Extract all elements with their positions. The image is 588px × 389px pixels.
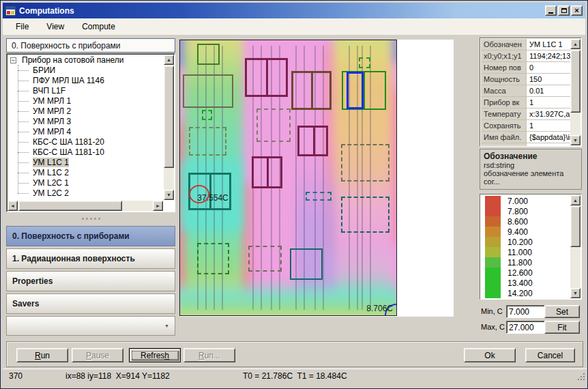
property-value[interactable]: 0 bbox=[527, 62, 570, 73]
tree-item[interactable]: УМ L2C 1 bbox=[8, 178, 163, 188]
legend-vscroll-thumb[interactable] bbox=[570, 206, 580, 247]
legend-vscrollbar[interactable]: ▲ ▼ bbox=[570, 195, 580, 298]
property-value[interactable]: УМ L1C 1 bbox=[527, 39, 570, 50]
property-row[interactable]: Прибор вк1 bbox=[481, 97, 570, 109]
property-row[interactable]: Мощность150 bbox=[481, 74, 570, 85]
property-label: x0;y0;x1;y1 bbox=[481, 51, 527, 61]
tree-item[interactable]: КБС-С ША 1181-20 bbox=[8, 137, 163, 147]
tree-vscrollbar[interactable]: ▲ ▼ bbox=[164, 55, 174, 200]
component-outline[interactable] bbox=[291, 71, 332, 111]
menu-item-compute[interactable]: Compute bbox=[73, 20, 124, 33]
property-value[interactable]: 1194;242;1308 bbox=[527, 51, 570, 61]
accordion-item-0[interactable]: 0. Поверхность с приборами bbox=[6, 226, 175, 246]
tree-hscrollbar[interactable]: ◄ ► bbox=[8, 201, 163, 211]
property-row[interactable]: ОбозначенУМ L1C 1 bbox=[481, 39, 570, 51]
property-row[interactable]: Сохранять1 bbox=[481, 120, 570, 132]
ok-button[interactable]: Ok bbox=[464, 348, 516, 362]
tree-item[interactable]: УМ МРЛ 3 bbox=[8, 117, 163, 127]
property-value[interactable]: {$appdata}\ire bbox=[527, 132, 570, 143]
resize-grip[interactable] bbox=[577, 373, 585, 381]
refresh-button[interactable]: Refresh bbox=[129, 348, 181, 362]
tree-item[interactable]: ПФУ МРЛ ША 1146 bbox=[8, 76, 163, 86]
min-input[interactable] bbox=[506, 305, 546, 318]
legend-row: 8.600 bbox=[485, 216, 570, 227]
component-outline[interactable] bbox=[252, 156, 282, 188]
tree-root-item[interactable]: −Прибор на сотовой панели bbox=[8, 55, 163, 66]
property-value[interactable]: 0.01 bbox=[527, 85, 570, 96]
menu-item-file[interactable]: File bbox=[7, 20, 38, 33]
tree-item-label: УМ L1C 2 bbox=[33, 168, 69, 177]
surface-selector[interactable]: 0. Поверхность с приборами bbox=[6, 38, 175, 53]
panel-splitter[interactable] bbox=[6, 216, 175, 222]
property-label: Сохранять bbox=[481, 120, 527, 131]
tree-vscroll-thumb[interactable] bbox=[164, 66, 174, 168]
legend-color-swatch bbox=[485, 237, 501, 247]
component-outline[interactable] bbox=[202, 110, 212, 120]
accordion-item-empty[interactable]: ▼ bbox=[6, 316, 175, 336]
menu-item-view[interactable]: View bbox=[38, 20, 73, 33]
tree-item[interactable]: УМ МРЛ 1 bbox=[8, 96, 163, 106]
property-value[interactable]: 1 bbox=[527, 120, 570, 131]
component-outline[interactable] bbox=[297, 126, 328, 157]
component-outline[interactable] bbox=[290, 248, 323, 280]
component-outline[interactable] bbox=[359, 57, 370, 68]
property-row[interactable]: Максимал bbox=[481, 143, 570, 146]
titlebar[interactable]: Computations × bbox=[3, 3, 585, 18]
scroll-down-button[interactable]: ▼ bbox=[570, 135, 580, 145]
tree-item[interactable]: БРИИ bbox=[8, 66, 163, 76]
scroll-up-button[interactable]: ▲ bbox=[570, 195, 580, 205]
tree-item[interactable]: ВЧП L1F bbox=[8, 86, 163, 96]
accordion-item-2[interactable]: Properties bbox=[6, 271, 175, 291]
component-outline[interactable] bbox=[248, 246, 282, 272]
component-outline[interactable] bbox=[189, 127, 226, 156]
property-row[interactable]: Температуx:31.927C,a:3 bbox=[481, 109, 570, 120]
set-button[interactable]: Set bbox=[544, 305, 580, 318]
tree-item[interactable]: УМ МРЛ 2 bbox=[8, 106, 163, 117]
property-value[interactable]: 1 bbox=[527, 97, 570, 108]
tree-hscroll-thumb[interactable] bbox=[18, 201, 122, 211]
close-button[interactable]: × bbox=[571, 5, 583, 16]
component-outline[interactable] bbox=[256, 109, 291, 143]
tree-item[interactable]: УМ МРЛ 4 bbox=[8, 127, 163, 137]
component-outline[interactable] bbox=[347, 72, 364, 109]
fit-button[interactable]: Fit bbox=[544, 321, 580, 334]
accordion-item-3[interactable]: Savers bbox=[6, 293, 175, 314]
property-value[interactable]: 150 bbox=[527, 74, 570, 85]
property-row[interactable]: Имя файл.{$appdata}\ire bbox=[481, 132, 570, 143]
scroll-up-button[interactable]: ▲ bbox=[570, 39, 580, 49]
component-outline[interactable] bbox=[183, 74, 233, 109]
property-description: Обозначение rsd:string обозначение элеме… bbox=[480, 149, 582, 190]
property-value[interactable]: x:31.927C,a:3 bbox=[527, 109, 570, 119]
accordion-item-1[interactable]: 1. Радиационная поверхность bbox=[6, 248, 175, 269]
property-row[interactable]: x0;y0;x1;y11194;242;1308 bbox=[481, 51, 570, 62]
property-row[interactable]: Масса0.01 bbox=[481, 85, 570, 97]
props-vscroll-thumb[interactable] bbox=[570, 50, 580, 113]
component-outline[interactable] bbox=[245, 58, 288, 97]
maximize-button[interactable] bbox=[558, 5, 570, 16]
scroll-up-button[interactable]: ▲ bbox=[164, 55, 174, 65]
status-cursor: ix=88 iy=118 X=914 Y=1182 bbox=[65, 371, 170, 381]
component-outline[interactable] bbox=[341, 197, 389, 233]
property-value[interactable] bbox=[527, 143, 570, 146]
scroll-right-button[interactable]: ► bbox=[153, 201, 163, 211]
component-outline[interactable] bbox=[197, 243, 229, 275]
collapse-icon[interactable]: − bbox=[10, 57, 16, 63]
component-outline[interactable] bbox=[197, 44, 220, 65]
scroll-left-button[interactable]: ◄ bbox=[8, 201, 18, 211]
tree-item[interactable]: УМ L1C 2 bbox=[8, 168, 163, 178]
scroll-down-button[interactable]: ▼ bbox=[164, 190, 174, 200]
max-input[interactable] bbox=[506, 321, 546, 334]
tree-item[interactable]: УМ L1C 1 bbox=[8, 158, 163, 168]
tree-item[interactable]: УМ L2C 2 bbox=[8, 188, 163, 199]
tree-item[interactable]: КБС-С ША 1181-10 bbox=[8, 147, 163, 158]
scroll-down-button[interactable]: ▼ bbox=[570, 288, 580, 298]
legend-value: 8.600 bbox=[508, 217, 528, 227]
cancel-button[interactable]: Cancel bbox=[525, 348, 575, 362]
thermal-heatmap[interactable]: 37.554C 8.706C bbox=[179, 40, 397, 316]
component-outline[interactable] bbox=[306, 192, 332, 201]
minimize-button[interactable] bbox=[545, 5, 557, 16]
run-button[interactable]: Run bbox=[16, 348, 68, 362]
props-vscrollbar[interactable]: ▲ ▼ bbox=[570, 39, 580, 145]
property-row[interactable]: Номер пов0 bbox=[481, 62, 570, 74]
component-outline[interactable] bbox=[341, 144, 389, 182]
